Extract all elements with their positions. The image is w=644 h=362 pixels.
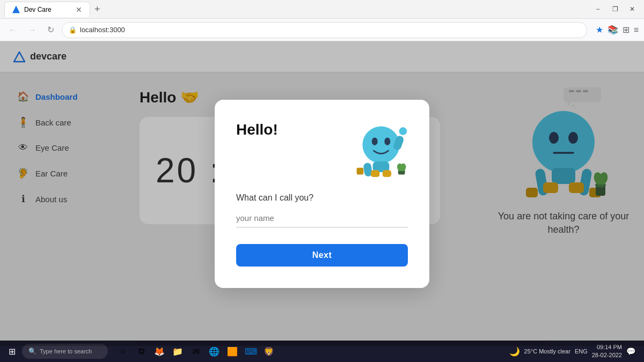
menu-icon[interactable]: ≡ [634,25,639,35]
close-button[interactable]: ✕ [625,2,640,17]
modal-header: Hello! [236,121,408,180]
svg-rect-31 [383,170,391,177]
lock-icon: 🔒 [69,26,77,34]
search-text: Type here to search [40,348,92,354]
start-button[interactable]: ⊞ [4,344,20,359]
titlebar-controls: − ❐ ✕ [590,2,640,17]
language-indicator: ENG [575,348,588,354]
weather-text: 25°C Mostly clear [524,348,570,354]
browser-titlebar: Dev Care ✕ + − ❐ ✕ [0,0,644,19]
tab-close-button[interactable]: ✕ [76,5,82,14]
address-text: localhost:3000 [80,26,580,34]
tab-title: Dev Care [24,6,52,13]
browser-tab[interactable]: Dev Care ✕ [4,2,90,17]
tab-favicon [12,6,20,13]
modal-overlay: Hello! [0,41,644,346]
minimize-button[interactable]: − [590,2,605,17]
svg-point-25 [384,137,390,145]
next-button[interactable]: Next [236,244,408,267]
new-tab-button[interactable]: + [90,4,105,15]
modal-title: Hello! [236,121,278,138]
refresh-button[interactable]: ↻ [44,23,57,37]
bookmark-icon[interactable]: ★ [596,25,603,35]
split-view-icon[interactable]: ⊞ [623,25,630,35]
notification-icon[interactable]: 💬 [626,347,635,356]
clock-date: 28-02-2022 [592,351,622,359]
svg-rect-30 [371,170,379,177]
modal-question: What can I call you? [236,193,313,203]
address-bar[interactable]: 🔒 localhost:3000 [62,22,587,38]
svg-point-24 [372,137,378,145]
toolbar-icons: ★ 📚 ⊞ ≡ [596,25,639,35]
svg-rect-32 [357,167,364,174]
back-button[interactable]: ← [5,23,20,37]
forward-button[interactable]: → [25,23,40,37]
modal-box: Hello! [215,100,429,288]
search-icon: 🔍 [28,348,36,355]
name-input[interactable] [236,209,408,228]
browser-toolbar: ← → ↻ 🔒 localhost:3000 ★ 📚 ⊞ ≡ [0,19,644,41]
taskbar-search[interactable]: 🔍 Type here to search [22,344,108,359]
restore-button[interactable]: ❐ [608,2,623,17]
weather-icon: 🌙 [509,346,520,357]
modal-character-icon [354,121,408,180]
svg-point-27 [399,127,407,135]
collections-icon[interactable]: 📚 [608,25,618,35]
